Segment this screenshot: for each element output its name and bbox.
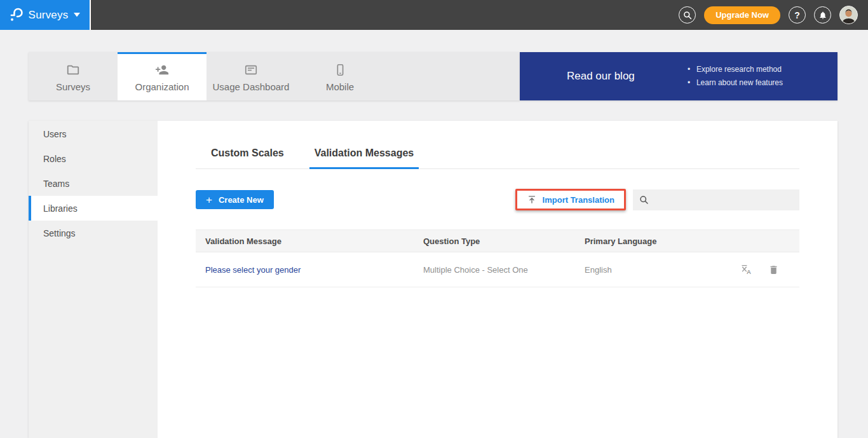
- toolbar-right: Import Translation: [515, 189, 799, 210]
- validation-messages-table: Validation Message Question Type Primary…: [196, 229, 799, 287]
- toolbar: + Create New Import Translation: [196, 189, 799, 210]
- nav-tab-organization[interactable]: Organization: [118, 52, 207, 100]
- blog-banner[interactable]: Read our blog Explore research method Le…: [520, 52, 837, 100]
- bell-icon: [818, 11, 827, 20]
- top-app-bar: Surveys Upgrade Now ?: [0, 0, 868, 30]
- column-header-question-type: Question Type: [414, 236, 575, 246]
- main-panel: Users Roles Teams Libraries Settings Cus…: [29, 121, 837, 438]
- sidebar-item-settings[interactable]: Settings: [29, 221, 158, 245]
- svg-text:A: A: [747, 268, 751, 275]
- question-mark-icon: ?: [794, 11, 800, 20]
- banner-bullet-list: Explore research method Learn about new …: [688, 63, 783, 90]
- mobile-icon: [332, 63, 348, 77]
- banner-bullet: Explore research method: [688, 63, 783, 76]
- table-search-input[interactable]: [654, 195, 793, 205]
- row-actions: A: [733, 264, 799, 276]
- avatar[interactable]: [839, 6, 858, 24]
- topbar-actions: Upgrade Now ?: [679, 6, 868, 24]
- banner-bullet: Learn about new features: [688, 76, 783, 90]
- banner-title: Read our blog: [567, 70, 635, 83]
- nav-tab-usage-dashboard[interactable]: Usage Dashboard: [207, 52, 295, 100]
- questionpro-logo-icon: [10, 8, 23, 22]
- annotation-highlight-box: Import Translation: [515, 189, 626, 210]
- create-new-button[interactable]: + Create New: [196, 190, 274, 209]
- libraries-content: Custom Scales Validation Messages + Crea…: [158, 121, 837, 438]
- nav-tab-mobile[interactable]: Mobile: [295, 52, 384, 100]
- plus-icon: +: [206, 195, 212, 205]
- sidebar-item-roles[interactable]: Roles: [29, 146, 158, 171]
- column-header-validation-message: Validation Message: [196, 236, 414, 246]
- question-type-cell: Multiple Choice - Select One: [414, 265, 575, 275]
- translate-button[interactable]: A: [740, 264, 752, 276]
- person-add-icon: [154, 63, 170, 77]
- tab-validation-messages[interactable]: Validation Messages: [309, 147, 419, 169]
- product-switcher[interactable]: Surveys: [0, 0, 91, 30]
- primary-language-cell: English: [575, 265, 733, 275]
- table-row: Please select your gender Multiple Choic…: [196, 252, 799, 287]
- delete-button[interactable]: [768, 264, 779, 276]
- sidebar-item-users[interactable]: Users: [29, 121, 158, 146]
- sidebar-item-teams[interactable]: Teams: [29, 171, 158, 196]
- global-search-button[interactable]: [679, 6, 696, 24]
- organization-sidebar: Users Roles Teams Libraries Settings: [29, 121, 158, 438]
- import-translation-label: Import Translation: [543, 195, 614, 205]
- translate-icon: A: [740, 264, 752, 276]
- table-header-row: Validation Message Question Type Primary…: [196, 229, 799, 252]
- help-button[interactable]: ?: [789, 6, 806, 24]
- workspace-nav: Surveys Organization Usage Dashboard Mob…: [29, 52, 520, 100]
- nav-tab-label: Organization: [135, 81, 189, 92]
- sidebar-item-libraries[interactable]: Libraries: [29, 196, 158, 221]
- folder-icon: [65, 63, 81, 77]
- brand-label: Surveys: [29, 9, 69, 22]
- library-tabs: Custom Scales Validation Messages: [196, 147, 799, 169]
- trash-icon: [768, 264, 779, 276]
- search-icon: [683, 11, 692, 20]
- nav-tab-label: Mobile: [326, 81, 354, 92]
- search-icon: [639, 195, 649, 205]
- import-translation-button[interactable]: Import Translation: [517, 191, 624, 209]
- upgrade-now-button[interactable]: Upgrade Now: [704, 6, 780, 24]
- nav-tab-label: Surveys: [56, 81, 90, 92]
- notifications-button[interactable]: [814, 6, 831, 24]
- column-header-primary-language: Primary Language: [575, 236, 733, 246]
- nav-tab-label: Usage Dashboard: [213, 81, 290, 92]
- chevron-down-icon: [74, 13, 80, 17]
- validation-message-link[interactable]: Please select your gender: [196, 265, 414, 275]
- dashboard-icon: [243, 63, 259, 77]
- create-new-label: Create New: [219, 195, 264, 205]
- import-icon: [527, 195, 537, 205]
- table-search: [633, 189, 799, 210]
- nav-tab-surveys[interactable]: Surveys: [29, 52, 118, 100]
- tab-custom-scales[interactable]: Custom Scales: [206, 147, 289, 169]
